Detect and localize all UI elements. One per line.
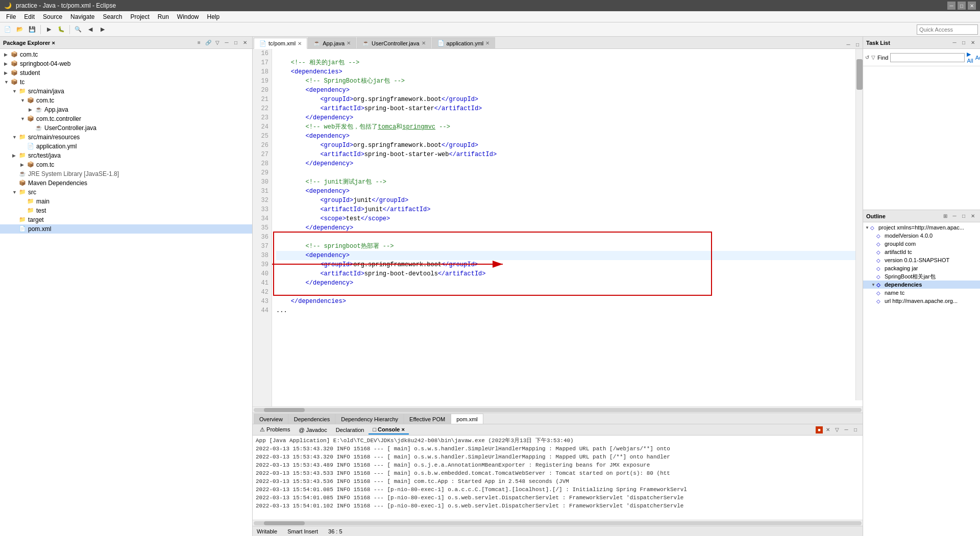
- outline-tree-item[interactable]: ▼◇project xmlns=http://maven.apac...: [863, 223, 980, 232]
- code-content[interactable]: <!-- 相关的jar包 --> <dependencies> <!-- Spr…: [272, 49, 863, 406]
- btab-pom-xml[interactable]: pom.xml: [451, 414, 483, 424]
- tasklist-close[interactable]: ✕: [969, 39, 977, 47]
- outline-tree-item[interactable]: ◇name tc: [863, 289, 980, 297]
- outline-options[interactable]: ⊞: [941, 212, 949, 220]
- menu-run[interactable]: Run: [154, 12, 173, 21]
- tree-item[interactable]: ▼📁src/main/java: [0, 87, 252, 96]
- vertical-scrollbar[interactable]: [855, 49, 863, 400]
- tab-application-yml[interactable]: 📄 application.yml ✕: [432, 37, 496, 48]
- tree-item[interactable]: ▶📁src/test/java: [0, 151, 252, 160]
- btab-dep-hierarchy[interactable]: Dependency Hierarchy: [335, 414, 404, 424]
- tab-uc-close[interactable]: ✕: [422, 40, 426, 46]
- tree-item[interactable]: ☕JRE System Library [JavaSE-1.8]: [0, 169, 252, 178]
- toolbar-search[interactable]: 🔍: [72, 24, 84, 35]
- outline-tree-item[interactable]: ▼◇dependencies: [863, 280, 980, 289]
- tree-item[interactable]: 📁main: [0, 197, 252, 206]
- tab-usercontroller[interactable]: ☕ UserController.java ✕: [357, 37, 431, 48]
- menu-help[interactable]: Help: [203, 12, 224, 21]
- h-scroll-thumb[interactable]: [264, 408, 305, 412]
- toolbar-open[interactable]: 📂: [14, 24, 26, 35]
- outline-tree-item[interactable]: ◇artifactId tc: [863, 248, 980, 256]
- tree-item[interactable]: ▼📦com.tc.controller: [0, 114, 252, 123]
- outline-tree-item[interactable]: ◇SpringBoot相关jar包: [863, 272, 980, 280]
- link-editor-button[interactable]: 🔗: [204, 39, 212, 47]
- outline-tree-item[interactable]: ◇modelVersion 4.0.0: [863, 232, 980, 240]
- tasklist-filter[interactable]: ▽: [871, 54, 875, 62]
- console-minimize[interactable]: ─: [842, 426, 850, 434]
- collapse-all-button[interactable]: ≡: [195, 39, 203, 47]
- editor-maximize[interactable]: □: [853, 40, 862, 48]
- view-menu-button[interactable]: ▽: [213, 39, 222, 47]
- close-panel-button[interactable]: ✕: [241, 39, 249, 47]
- close-button[interactable]: ✕: [968, 2, 976, 10]
- outline-tree-item[interactable]: ◇version 0.0.1-SNAPSHOT: [863, 256, 980, 264]
- editor-scroll-area[interactable]: 1617181920212223242526272829303132333435…: [253, 49, 863, 406]
- console-maximize[interactable]: □: [851, 426, 860, 434]
- tasklist-maximize[interactable]: □: [960, 39, 968, 47]
- tab-yml-close[interactable]: ✕: [485, 40, 489, 46]
- outline-tree-item[interactable]: ◇url http://maven.apache.org...: [863, 297, 980, 305]
- menu-source[interactable]: Source: [39, 12, 66, 21]
- outline-maximize[interactable]: □: [960, 212, 968, 220]
- quick-access-input[interactable]: [917, 24, 978, 35]
- console-h-thumb[interactable]: [264, 521, 305, 525]
- tasklist-refresh[interactable]: ↺: [865, 54, 869, 62]
- bp-tab-declaration[interactable]: Declaration: [332, 426, 369, 434]
- btab-dependencies[interactable]: Dependencies: [288, 414, 335, 424]
- task-find-input[interactable]: [890, 53, 965, 62]
- console-h-scroll[interactable]: [253, 520, 863, 526]
- bp-tab-problems[interactable]: ⚠ Problems: [256, 425, 295, 434]
- btab-overview[interactable]: Overview: [254, 414, 288, 424]
- horizontal-scroll[interactable]: [253, 406, 863, 413]
- toolbar-run[interactable]: ▶: [43, 24, 55, 35]
- maximize-button[interactable]: □: [958, 2, 966, 10]
- tab-pom-close[interactable]: ✕: [298, 41, 302, 46]
- tree-item[interactable]: 📄application.yml: [0, 142, 252, 151]
- outline-tree-item[interactable]: ◇packaging jar: [863, 264, 980, 272]
- minimize-panel-button[interactable]: ─: [223, 39, 231, 47]
- code-editor[interactable]: 1617181920212223242526272829303132333435…: [253, 49, 863, 406]
- tab-app-close[interactable]: ✕: [347, 40, 351, 46]
- tree-item[interactable]: ▶📦com.tc: [0, 160, 252, 169]
- tree-item[interactable]: 📦Maven Dependencies: [0, 178, 252, 188]
- outline-minimize[interactable]: ─: [950, 212, 959, 220]
- outline-tree-item[interactable]: ◇groupId com: [863, 240, 980, 248]
- tab-pom-xml[interactable]: 📄 tc/pom.xml ✕: [254, 38, 307, 49]
- tree-item[interactable]: 📁target: [0, 215, 252, 224]
- maximize-panel-button[interactable]: □: [232, 39, 240, 47]
- console-clear[interactable]: ✕: [824, 426, 832, 434]
- menu-project[interactable]: Project: [126, 12, 153, 21]
- tree-item[interactable]: ▶📦springboot-04-web: [0, 59, 252, 68]
- toolbar-debug[interactable]: 🐛: [56, 24, 67, 35]
- menu-edit[interactable]: Edit: [20, 12, 39, 21]
- editor-minimize[interactable]: ─: [844, 40, 852, 48]
- console-content[interactable]: App [Java Application] E:\old\TC_DEV\JDK…: [253, 436, 863, 520]
- tab-app-java[interactable]: ☕ App.java ✕: [308, 37, 356, 48]
- menu-search[interactable]: Search: [99, 12, 126, 21]
- toolbar-next[interactable]: ▶: [97, 24, 108, 35]
- toolbar-new[interactable]: 📄: [2, 24, 13, 35]
- tree-item[interactable]: ▼📦com.tc: [0, 96, 252, 105]
- stop-button[interactable]: ■: [816, 426, 823, 433]
- menu-window[interactable]: Window: [173, 12, 203, 21]
- tree-item[interactable]: ▼📁src/main/resources: [0, 133, 252, 142]
- toolbar-prev[interactable]: ◀: [85, 24, 96, 35]
- menu-navigate[interactable]: Navigate: [66, 12, 99, 21]
- tree-item[interactable]: ▶📦com.tc: [0, 50, 252, 59]
- tree-item[interactable]: ▶📦student: [0, 68, 252, 78]
- minimize-button[interactable]: ─: [947, 2, 955, 10]
- tree-item[interactable]: 📄pom.xml: [0, 224, 252, 234]
- outline-close[interactable]: ✕: [969, 212, 977, 220]
- scrollbar-thumb[interactable]: [856, 59, 863, 90]
- title-bar-controls[interactable]: ─ □ ✕: [947, 2, 976, 10]
- bp-tab-javadoc[interactable]: @ Javadoc: [295, 426, 331, 434]
- btab-effective-pom[interactable]: Effective POM: [404, 414, 451, 424]
- tree-item[interactable]: ▼📦tc: [0, 78, 252, 87]
- tree-item[interactable]: ▶☕App.java: [0, 105, 252, 114]
- menu-file[interactable]: File: [2, 12, 20, 21]
- tree-item[interactable]: 📁test: [0, 206, 252, 215]
- tree-item[interactable]: ▼📁src: [0, 188, 252, 197]
- toolbar-save[interactable]: 💾: [27, 24, 38, 35]
- console-options[interactable]: ▽: [833, 426, 841, 434]
- bp-tab-console[interactable]: □ Console ×: [369, 425, 409, 435]
